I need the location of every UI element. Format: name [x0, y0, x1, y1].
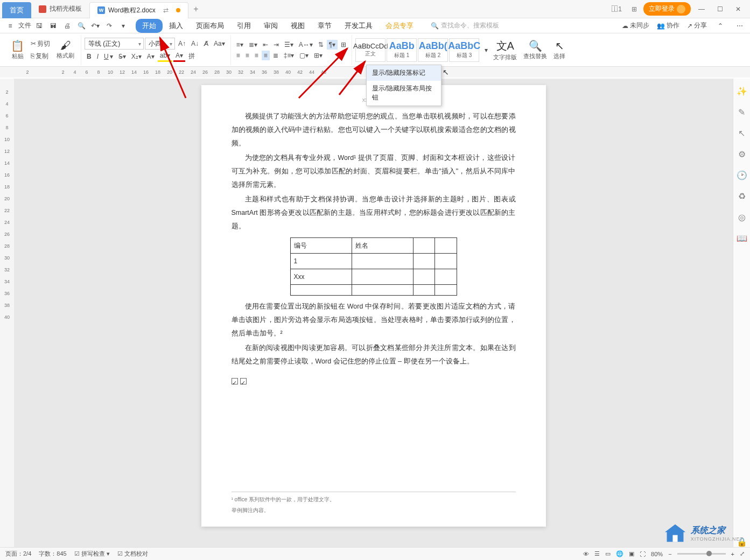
fullscreen-icon[interactable]: ⤢: [740, 550, 745, 557]
menu-tab-insert[interactable]: 插入: [163, 19, 190, 33]
focus-view-icon[interactable]: ⛶: [640, 551, 646, 557]
table-row[interactable]: 编号姓名: [290, 238, 457, 254]
numbering-icon[interactable]: ≣▾: [247, 40, 260, 50]
table-cell[interactable]: 姓名: [352, 238, 413, 254]
web-view-icon[interactable]: 🌐: [616, 550, 623, 557]
document-table[interactable]: 编号姓名 1 Xxx: [290, 237, 457, 296]
underline-button[interactable]: U▾: [102, 52, 115, 61]
style-heading1[interactable]: AaBb标题 1: [387, 38, 417, 62]
align-left-icon[interactable]: ≡: [234, 51, 242, 60]
bold-button[interactable]: B: [85, 52, 94, 61]
redo-icon[interactable]: ↷: [103, 20, 115, 32]
clock-icon[interactable]: 🕑: [737, 170, 747, 180]
copy-button[interactable]: ⎘复制: [29, 51, 52, 62]
zoom-out-icon[interactable]: −: [668, 551, 671, 557]
table-cell[interactable]: [435, 254, 457, 269]
recycle-icon[interactable]: ♻: [738, 191, 746, 201]
increase-indent-icon[interactable]: ⇥: [271, 40, 281, 50]
menu-tab-vip[interactable]: 会员专享: [379, 19, 420, 33]
style-heading2[interactable]: AaBb(标题 2: [418, 38, 448, 62]
align-right-icon[interactable]: ≡: [253, 51, 261, 60]
italic-button[interactable]: I: [95, 52, 101, 61]
menu-tab-review[interactable]: 审阅: [257, 19, 284, 33]
align-center-icon[interactable]: ≡: [243, 51, 251, 60]
spell-check[interactable]: ☑ 拼写检查 ▾: [74, 550, 110, 558]
reading-icon[interactable]: 📖: [737, 233, 747, 243]
table-cell[interactable]: 1: [290, 254, 352, 269]
qat-dropdown-icon[interactable]: ▾: [117, 20, 129, 32]
format-painter-button[interactable]: 🖌 格式刷: [53, 38, 78, 62]
window-minimize[interactable]: —: [694, 5, 709, 13]
table-cell[interactable]: [435, 238, 457, 254]
pencil-icon[interactable]: ✎: [738, 107, 745, 117]
table-row[interactable]: [290, 285, 457, 296]
table-cell[interactable]: [413, 269, 435, 285]
cut-button[interactable]: ✂剪切: [29, 38, 52, 50]
distribute-icon[interactable]: ≣: [271, 51, 281, 60]
sync-status[interactable]: ☁未同步: [622, 21, 649, 30]
print-icon[interactable]: 🖨: [61, 20, 73, 32]
menu-tab-view[interactable]: 视图: [284, 19, 311, 33]
hamburger-icon[interactable]: ≡: [4, 20, 16, 32]
paragraph[interactable]: 视频提供了功能强大的方法帮助您证明您的观点。当您单击联机视频时，可以在想要添加的…: [232, 110, 516, 150]
table-cell[interactable]: [435, 285, 457, 296]
document-area[interactable]: xxx 公司 视频提供了功能强大的方法帮助您证明您的观点。当您单击联机视频时，可…: [14, 79, 733, 547]
menu-tab-layout[interactable]: 页面布局: [190, 19, 230, 33]
find-replace-button[interactable]: 🔍 查找替换: [520, 38, 550, 61]
save-icon[interactable]: 🖫: [33, 20, 45, 32]
text-layout-button[interactable]: 文A 文字排版: [490, 38, 520, 62]
menu-tab-devtools[interactable]: 开发工具: [338, 19, 379, 33]
decrease-indent-icon[interactable]: ⇤: [261, 40, 270, 50]
style-gallery-more-icon[interactable]: [415, 49, 419, 51]
more-icon[interactable]: ⋯: [734, 20, 746, 32]
style-heading3[interactable]: AaBbC标题 3: [449, 38, 479, 62]
menu-tab-reference[interactable]: 引用: [230, 19, 257, 33]
sparkle-icon[interactable]: ✨: [737, 86, 747, 96]
select-button[interactable]: ↖ 选择: [550, 38, 569, 61]
paragraph[interactable]: 为使您的文档具有专业外观，Word¹ 提供了页眉、页脚、封面和文本框设计，这些设…: [232, 151, 516, 192]
table-cell[interactable]: [435, 269, 457, 285]
layout-mode-icon[interactable]: ⿰1: [608, 4, 625, 15]
apps-icon[interactable]: ⊞: [628, 4, 640, 15]
change-case-icon[interactable]: Aa▾: [212, 39, 227, 48]
page-indicator[interactable]: 页面：2/4: [5, 550, 31, 558]
transfer-icon[interactable]: ⇄: [163, 6, 169, 14]
window-close[interactable]: ✕: [731, 5, 746, 13]
table-cell[interactable]: [413, 285, 435, 296]
word-count[interactable]: 字数：845: [39, 550, 66, 558]
share-button[interactable]: ↗分享: [687, 21, 707, 30]
new-tab-button[interactable]: +: [188, 4, 204, 14]
settings-sliders-icon[interactable]: ⚙: [738, 149, 746, 159]
font-name-select[interactable]: 等线 (正文): [85, 38, 144, 50]
table-row[interactable]: Xxx: [290, 269, 457, 285]
styles-dropdown-icon[interactable]: ▾: [482, 45, 490, 55]
file-menu[interactable]: 文件: [18, 20, 31, 32]
print-preview-icon[interactable]: 🔍: [75, 20, 87, 32]
table-cell[interactable]: [290, 285, 352, 296]
table-cell[interactable]: [352, 269, 413, 285]
table-cell[interactable]: 编号: [290, 238, 352, 254]
dropdown-toggle-layout-buttons[interactable]: 显示/隐藏段落布局按钮: [367, 81, 441, 106]
footnote[interactable]: 举例脚注内容。: [232, 505, 516, 516]
paste-button[interactable]: 📋 粘贴: [8, 38, 27, 62]
menu-tab-section[interactable]: 章节: [311, 19, 338, 33]
page-view-icon[interactable]: ▭: [605, 550, 611, 557]
checkbox-content[interactable]: [232, 376, 516, 389]
select-tool-icon[interactable]: ↖: [738, 128, 745, 138]
command-search[interactable]: 🔍 查找命令、搜索模板: [431, 21, 499, 30]
login-button[interactable]: 立即登录: [643, 2, 691, 16]
reading-view-icon[interactable]: ▣: [629, 550, 634, 557]
tab-template[interactable]: 找稻壳模板: [31, 1, 89, 17]
table-cell[interactable]: [352, 254, 413, 269]
paragraph[interactable]: 在新的阅读视图中阅读更加容易。可以折叠文档某些部分并关注所需文本。如果在达到结尾…: [232, 341, 516, 368]
zoom-slider[interactable]: [677, 553, 726, 555]
table-cell[interactable]: [352, 285, 413, 296]
footnote[interactable]: ¹ office 系列软件中的一款，用于处理文字。: [232, 494, 516, 505]
save-as-icon[interactable]: 🖬: [47, 20, 59, 32]
ruler-vertical[interactable]: 246810121416182022242628303234363840: [0, 79, 14, 547]
table-row[interactable]: 1: [290, 254, 457, 269]
table-cell[interactable]: Xxx: [290, 269, 352, 285]
undo-icon[interactable]: ↶▾: [89, 20, 101, 32]
align-justify-icon[interactable]: ≡: [262, 51, 270, 60]
tab-document[interactable]: W Word教程2.docx ⇄: [89, 2, 188, 18]
